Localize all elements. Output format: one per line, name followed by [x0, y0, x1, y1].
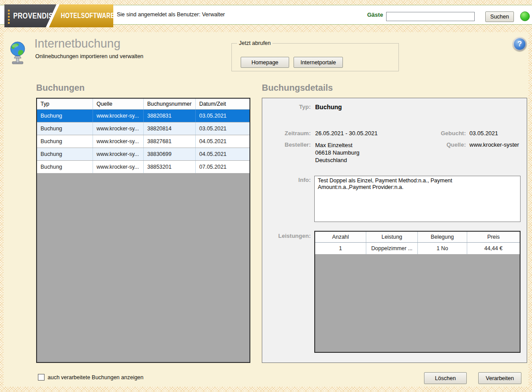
bookings-table-header: Typ Quelle Buchungsnummer Datum/Zeit [37, 99, 249, 110]
cell: 38853201 [144, 161, 196, 173]
cell: 03.05.2021 [196, 110, 249, 122]
cell: Buchung [37, 110, 93, 122]
besteller-label: Besteller: [262, 141, 311, 148]
column-header-belegung: Belegung [418, 232, 467, 242]
cell: Buchung [37, 122, 93, 135]
info-label: Info: [262, 177, 311, 183]
cell: 1 [315, 243, 366, 254]
column-header-buchungsnummer[interactable]: Buchungsnummer [144, 99, 196, 109]
page-title: Internetbuchung [34, 37, 120, 51]
besteller-value: Max Einzeltest 06618 Naumburg Deutschlan… [315, 141, 359, 164]
gebucht-value: 03.05.2021 [469, 130, 498, 137]
help-icon[interactable]: ? [513, 37, 527, 51]
cell: www.krocker-sy... [93, 148, 144, 160]
internet-globe-icon [9, 41, 26, 65]
cell: 38830699 [144, 148, 196, 160]
login-status-text: Sie sind angemeldet als Benutzer: Verwal… [117, 5, 225, 25]
column-header-quelle[interactable]: Quelle [93, 99, 144, 109]
cell: 38820814 [144, 122, 196, 135]
typ-label: Typ: [262, 104, 311, 110]
table-row[interactable]: Buchungwww.krocker-sy...3885320107.05.20… [37, 161, 249, 174]
cell: www.krocker-sy... [93, 110, 144, 122]
bookings-table: Typ Quelle Buchungsnummer Datum/Zeit Buc… [36, 98, 250, 363]
bookings-heading: Buchungen [36, 83, 85, 93]
details-panel: Typ: Buchung Zeitraum: 26.05.2021 - 30.0… [262, 98, 527, 363]
show-processed-checkbox[interactable] [38, 374, 45, 381]
typ-value: Buchung [315, 104, 342, 111]
quelle-value: www.krocker-syster [469, 141, 519, 148]
gebucht-label: Gebucht: [412, 130, 466, 137]
cell: Doppelzimmer ... [366, 243, 418, 254]
column-header-leistung: Leistung [366, 232, 418, 242]
fetch-group-box: Jetzt abrufen Homepage Internetportale [231, 43, 399, 71]
cell: www.krocker-sy... [93, 135, 144, 148]
column-header-anzahl: Anzahl [315, 232, 366, 242]
fetch-group-legend: Jetzt abrufen [237, 40, 272, 46]
cell: 38827681 [144, 135, 196, 148]
cell: 04.05.2021 [196, 135, 249, 148]
cell: Buchung [37, 161, 93, 173]
help-question-glyph: ? [514, 38, 525, 50]
page-subtitle: Onlinebuchungen importieren und verwalte… [35, 53, 143, 59]
leistungen-table-header: Anzahl Leistung Belegung Preis [315, 232, 520, 243]
leistung-row[interactable]: 1Doppelzimmer ...1 No44,44 € [315, 243, 520, 255]
provendis-logo: PROVENDIS HOTELSOFTWARE [4, 4, 113, 27]
details-heading: Buchungsdetails [262, 83, 333, 93]
bookings-rows: Buchungwww.krocker-sy...3882083103.05.20… [37, 110, 249, 174]
cell: 03.05.2021 [196, 122, 249, 135]
zeitraum-value: 26.05.2021 - 30.05.2021 [315, 130, 378, 137]
cell: Buchung [37, 148, 93, 160]
table-row[interactable]: Buchungwww.krocker-sy...3882083103.05.20… [37, 110, 249, 122]
show-processed-label: auch verarbeitete Buchungen anzeigen [48, 374, 144, 381]
leistungen-rows: 1Doppelzimmer ...1 No44,44 € [315, 243, 520, 255]
delete-button[interactable]: Löschen [424, 372, 467, 384]
cell: 44,44 € [467, 243, 520, 254]
logo-product-text: HOTELSOFTWARE [61, 4, 115, 27]
quelle-label: Quelle: [412, 141, 466, 148]
homepage-button[interactable]: Homepage [241, 57, 289, 68]
cell: www.krocker-sy... [93, 122, 144, 135]
column-header-datum[interactable]: Datum/Zeit [196, 99, 249, 109]
column-header-typ[interactable]: Typ [37, 99, 93, 109]
internetportale-button[interactable]: Internetportale [294, 57, 343, 68]
cell: Buchung [37, 135, 93, 148]
zeitraum-label: Zeitraum: [262, 130, 311, 137]
guest-search-label: Gäste [367, 5, 383, 25]
column-header-preis: Preis [467, 232, 520, 242]
search-button[interactable]: Suchen [485, 11, 514, 22]
cell: www.krocker-sy... [93, 161, 144, 173]
process-button[interactable]: Verarbeiten [478, 372, 521, 384]
cell: 38820831 [144, 110, 196, 122]
online-status-indicator [520, 11, 530, 21]
cell: 04.05.2021 [196, 148, 249, 160]
table-row[interactable]: Buchungwww.krocker-sy...3882768104.05.20… [37, 135, 249, 148]
logo-brand-text: PROVENDIS [13, 4, 53, 27]
cell: 1 No [418, 243, 467, 254]
cell: 07.05.2021 [196, 161, 249, 173]
leistungen-table: Anzahl Leistung Belegung Preis 1Doppelzi… [314, 231, 521, 353]
info-textbox[interactable]: Test Doppel als Einzel, Payment Method:n… [314, 176, 521, 222]
leistungen-label: Leistungen: [262, 233, 311, 239]
guest-search-input[interactable] [386, 12, 475, 21]
table-row[interactable]: Buchungwww.krocker-sy...3882081403.05.20… [37, 122, 249, 135]
logo-dots-icon [8, 10, 10, 24]
table-row[interactable]: Buchungwww.krocker-sy...3883069904.05.20… [37, 148, 249, 161]
